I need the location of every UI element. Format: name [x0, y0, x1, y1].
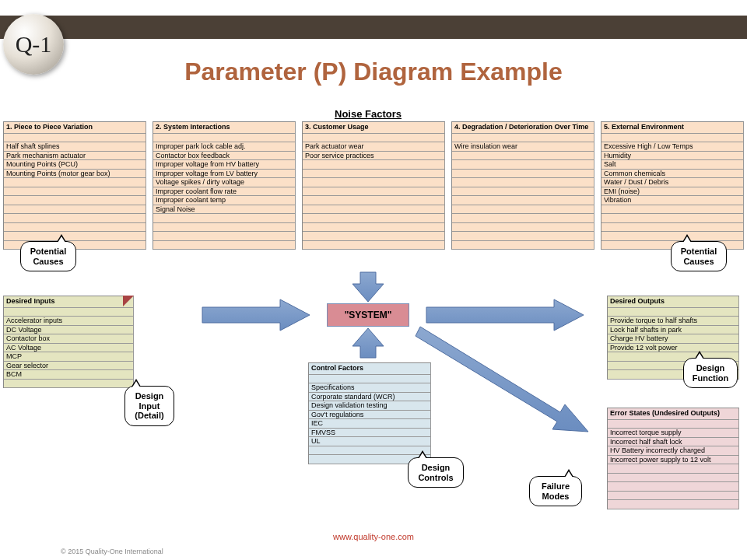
box-row [303, 205, 445, 215]
box-row [452, 134, 594, 143]
box-row [4, 187, 146, 197]
box-row: Poor service practices [303, 152, 445, 161]
noise-box-2: 2. System InteractionsImproper park lock… [153, 121, 296, 250]
box-row: Improper park lock cable adj. [153, 142, 296, 152]
box-row: Salt [601, 160, 744, 170]
callout-design-function: DesignFunction [683, 358, 738, 388]
box-row: Corporate standard (WCR) [309, 393, 431, 402]
system-label: "SYSTEM" [345, 310, 392, 320]
box-row [153, 232, 296, 241]
box-row [303, 232, 445, 241]
box-row [4, 232, 146, 241]
box-row [608, 492, 739, 501]
box-row: Charge HV battery [608, 334, 739, 344]
box-row: Park actuator wear [303, 142, 445, 152]
box-row [309, 375, 431, 384]
box-header: 2. System Interactions [153, 122, 296, 134]
box-row [303, 134, 445, 143]
desired-inputs-box: Desired InputsAccelerator inputsDC Volta… [3, 296, 134, 388]
box-row [452, 205, 594, 215]
callout-text: DesignControls [418, 463, 453, 482]
box-row [452, 196, 594, 205]
box-row [153, 223, 296, 233]
box-header: Error States (Undesired Outputs) [608, 408, 739, 420]
noise-box-3: 3. Customer UsagePark actuator wearPoor … [302, 121, 445, 250]
noise-factors-label: Noise Factors [335, 108, 402, 120]
box-row: Gov't regulations [309, 411, 431, 420]
box-row [601, 232, 744, 241]
page-title: Parameter (P) Diagram Example [0, 58, 747, 86]
box-header: 1. Piece to Piece Variation [4, 122, 146, 134]
box-row [303, 170, 445, 179]
box-row: Voltage spikes / dirty voltage [153, 178, 296, 187]
box-row [309, 446, 431, 456]
copyright: © 2015 Quality-One International [61, 548, 163, 555]
box-row [4, 308, 134, 317]
box-row [153, 134, 296, 143]
box-row [303, 214, 445, 223]
box-header: 3. Customer Usage [303, 122, 445, 134]
box-row [601, 214, 744, 223]
noise-box-5: 5. External EnvironmentExcessive High / … [601, 121, 744, 250]
callout-text: PotentialCauses [681, 247, 717, 266]
box-row [153, 241, 296, 250]
box-row [303, 187, 445, 197]
callout-text: FailureModes [542, 481, 570, 501]
box-row: Improper voltage from HV battery [153, 160, 296, 170]
callout-design-input: DesignInput(Detail) [124, 386, 174, 426]
box-row: Accelerator inputs [4, 317, 134, 326]
box-row: Park mechanism actuator [4, 152, 146, 161]
box-row [601, 223, 744, 233]
header-bar [0, 16, 747, 39]
box-row [452, 241, 594, 250]
box-row: Incorrect torque supply [608, 429, 739, 438]
noise-box-1: 1. Piece to Piece VariationHalf shaft sp… [3, 121, 146, 250]
box-row [608, 474, 739, 483]
box-row: Specifications [309, 383, 431, 393]
box-row [303, 223, 445, 233]
box-row: Improper voltage from LV battery [153, 170, 296, 179]
box-row [452, 232, 594, 241]
box-row: HV Battery incorrectly charged [608, 446, 739, 456]
box-header: Control Factors [309, 363, 431, 375]
box-row [4, 134, 146, 143]
box-header: 5. External Environment [601, 122, 744, 134]
box-row [303, 178, 445, 187]
box-row [153, 214, 296, 223]
box-row: Mounting Points (PCU) [4, 160, 146, 170]
box-row [608, 500, 739, 509]
box-row: Contactor box feedback [153, 152, 296, 161]
box-row: Incorrect half shaft lock [608, 438, 739, 447]
box-row: Vibration [601, 196, 744, 205]
box-row [452, 178, 594, 187]
box-row: Lock half shafts in park [608, 326, 739, 335]
box-row: Wire insulation wear [452, 142, 594, 152]
box-row [608, 482, 739, 492]
box-row [4, 214, 146, 223]
box-row [608, 308, 739, 317]
box-row: UL [309, 437, 431, 446]
box-row: Half shaft splines [4, 142, 146, 152]
box-row [452, 214, 594, 223]
box-row: Improper coolant temp [153, 196, 296, 205]
box-row [4, 223, 146, 233]
box-row: IEC [309, 419, 431, 429]
box-row: Signal Noise [153, 205, 296, 215]
box-header: Desired Inputs [4, 296, 134, 308]
logo-text: Q-1 [16, 31, 52, 58]
box-row: BCM [4, 370, 134, 380]
callout-text: DesignInput(Detail) [135, 391, 163, 421]
error-states-box: Error States (Undesired Outputs)Incorrec… [607, 408, 739, 509]
box-row [601, 205, 744, 215]
box-header: Desired Outputs [608, 296, 739, 308]
box-row [4, 196, 146, 205]
box-row: Provide 12 volt power [608, 344, 739, 353]
box-row [303, 160, 445, 170]
box-row: MCP [4, 352, 134, 362]
box-row: Common chemicals [601, 170, 744, 179]
box-row: Improper coolant flow rate [153, 187, 296, 197]
callout-potential-causes-left: PotentialCauses [20, 241, 76, 271]
box-row: FMVSS [309, 429, 431, 438]
box-row: Incorrect power supply to 12 volt [608, 456, 739, 465]
box-row: Gear selector [4, 362, 134, 371]
